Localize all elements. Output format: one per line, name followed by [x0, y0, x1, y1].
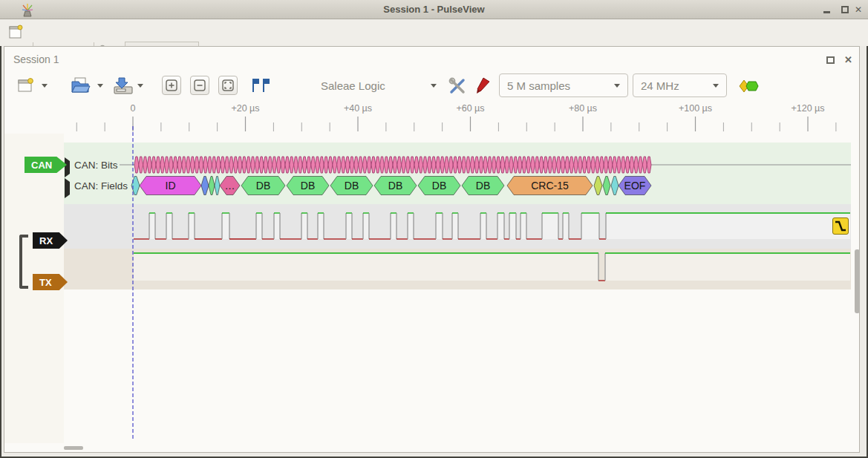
- can-fields-label[interactable]: CAN: Fields: [73, 180, 129, 192]
- chevron-down-icon: [431, 84, 437, 88]
- zoom-out-button[interactable]: [190, 76, 209, 95]
- pulseview-window: Session 1 - PulseView ✕ Run Se: [0, 0, 868, 458]
- trigger-marker[interactable]: [832, 217, 849, 235]
- window-title: Session 1 - PulseView: [0, 4, 868, 15]
- device-name: Saleae Logic: [321, 79, 385, 92]
- ruler-label: +40 µs: [344, 103, 372, 114]
- zoom-fit-icon: [222, 79, 234, 91]
- minus-icon: [194, 79, 206, 91]
- close-button[interactable]: ✕: [852, 4, 865, 16]
- new-view-icon: [16, 76, 34, 94]
- zoom-in-button[interactable]: [162, 76, 181, 95]
- channel-group-bracket[interactable]: [19, 235, 28, 289]
- channels-button[interactable]: [472, 76, 492, 95]
- sample-rate-value: 24 MHz: [641, 79, 679, 92]
- can-fields-expand-arrow[interactable]: [65, 182, 70, 195]
- chevron-down-icon: [614, 84, 620, 88]
- ruler-label: +80 µs: [569, 103, 597, 114]
- probe-icon: [473, 76, 491, 94]
- rx-band: [64, 204, 851, 249]
- sample-count-value: 5 M samples: [507, 79, 570, 92]
- tx-tag-label: TX: [39, 277, 52, 288]
- new-session-icon: [7, 24, 24, 40]
- tx-band: [64, 249, 851, 289]
- ruler-label: +100 µs: [679, 103, 712, 114]
- restore-icon: [826, 56, 835, 64]
- session-close-button[interactable]: ✕: [844, 54, 852, 65]
- sample-count-select[interactable]: 5 M samples: [499, 73, 628, 97]
- open-button[interactable]: [70, 75, 92, 96]
- new-view-dropdown[interactable]: [39, 80, 50, 91]
- sample-rate-select[interactable]: 24 MHz: [633, 73, 727, 97]
- titlebar[interactable]: Session 1 - PulseView ✕: [0, 0, 868, 19]
- can-bits-expand-arrow[interactable]: [65, 161, 70, 174]
- can-group-band: [64, 143, 851, 204]
- ruler-label: +120 µs: [791, 103, 824, 114]
- horizontal-scrollbar[interactable]: [64, 446, 83, 450]
- flags-icon: [250, 77, 271, 94]
- vertical-scrollbar[interactable]: [855, 249, 860, 313]
- session-window-title: Session 1: [13, 53, 59, 65]
- zoom-fit-button[interactable]: [218, 76, 238, 95]
- markers-button[interactable]: [249, 76, 272, 95]
- minimize-button[interactable]: [820, 4, 834, 16]
- ruler-label: +60 µs: [456, 103, 484, 114]
- chevron-down-icon: [137, 84, 143, 88]
- open-folder-icon: [71, 76, 91, 95]
- session-restore-button[interactable]: [825, 55, 837, 65]
- can-tag-label: CAN: [31, 160, 52, 171]
- wrench-screwdriver-icon: [448, 76, 467, 94]
- save-dropdown[interactable]: [134, 80, 146, 91]
- device-dropdown[interactable]: [428, 80, 440, 91]
- device-config-button[interactable]: [447, 76, 468, 95]
- new-view-button[interactable]: [15, 76, 36, 95]
- maximize-button[interactable]: [838, 4, 852, 16]
- rx-tag-label: RX: [39, 235, 53, 246]
- decoder-icon: [739, 78, 760, 94]
- save-button[interactable]: [111, 75, 135, 96]
- chevron-down-icon: [713, 84, 719, 88]
- chevron-down-icon: [97, 84, 103, 88]
- new-session-button[interactable]: [7, 24, 24, 43]
- chevron-down-icon: [42, 84, 48, 88]
- falling-edge-icon: [833, 218, 848, 234]
- ruler-label: +20 µs: [231, 103, 259, 114]
- plus-icon: [166, 79, 177, 91]
- main-toolbar: Run Session 1 ✕: [0, 19, 868, 46]
- save-icon: [112, 76, 134, 95]
- can-bits-label[interactable]: CAN: Bits: [73, 160, 120, 171]
- add-decoder-button[interactable]: [738, 77, 760, 95]
- open-dropdown[interactable]: [94, 80, 106, 91]
- ruler-label: 0: [131, 103, 136, 114]
